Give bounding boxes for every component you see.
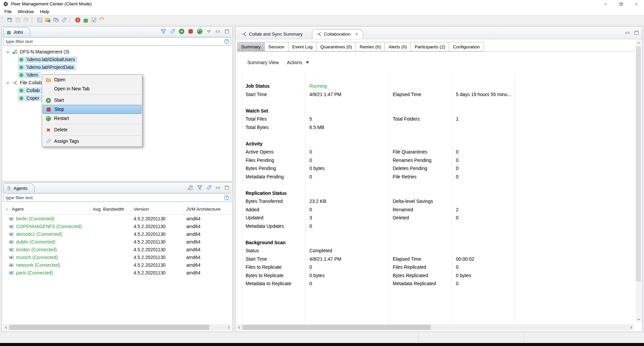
- assign-tags-button[interactable]: [60, 16, 68, 24]
- help-icon[interactable]: ?: [224, 195, 229, 201]
- agents-column-header[interactable]: JVM Architecture: [183, 204, 232, 214]
- job-tree-group[interactable]: DFS-N Management (3): [3, 48, 232, 56]
- agent-version-cell: 4.5.2.20201130: [131, 246, 184, 254]
- subtab-session[interactable]: Session: [265, 42, 289, 51]
- agent-row[interactable]: paris (Connected)4.5.2.20201130amd64: [3, 269, 232, 277]
- agents-filter-input[interactable]: [4, 195, 224, 200]
- assign-tags-button[interactable]: [170, 29, 175, 34]
- agent-name: COPENHAGENFS (Connected): [16, 224, 82, 229]
- context-menu-item-restart[interactable]: Restart: [43, 114, 141, 123]
- context-menu-item-open[interactable]: Open: [43, 75, 141, 84]
- agent-row[interactable]: munich (Connected)4.5.2.20201130amd64: [3, 254, 232, 261]
- agents-column-header[interactable]: Agent: [3, 204, 90, 214]
- editor-tab-collab-sync-summary[interactable]: Collab and Sync Summary: [238, 29, 307, 39]
- editor-hscroll-thumb[interactable]: [243, 325, 431, 330]
- editor-hscrollbar[interactable]: [236, 324, 634, 331]
- subtab-configuration[interactable]: Configuration: [449, 42, 484, 51]
- summary-value: [452, 230, 515, 239]
- agents-hscrollbar[interactable]: [3, 324, 231, 331]
- stop-button[interactable]: [188, 29, 194, 34]
- editor-hscroll-track[interactable]: [242, 325, 628, 330]
- context-menu-item-delete[interactable]: Delete: [43, 125, 141, 134]
- context-menu-item-assign-tags[interactable]: Assign Tags: [43, 137, 141, 146]
- editor-vscroll-thumb[interactable]: [636, 46, 641, 282]
- scroll-right-icon[interactable]: [227, 326, 231, 330]
- maximize-button[interactable]: [224, 185, 230, 190]
- import-jobs-button[interactable]: [44, 16, 52, 24]
- filter-button[interactable]: [161, 29, 166, 34]
- context-menu-item-start[interactable]: Start: [43, 96, 141, 105]
- scroll-right-icon[interactable]: [629, 326, 633, 330]
- properties-button[interactable]: [36, 16, 44, 24]
- context-menu-item-stop[interactable]: Stop: [43, 105, 141, 114]
- subtab-summary[interactable]: Summary: [237, 42, 265, 51]
- summary-label: [389, 107, 452, 115]
- schedule-button[interactable]: [52, 16, 60, 24]
- job-tree-item[interactable]: \\demo.lab\ProjectData: [3, 63, 232, 71]
- summary-value: 1: [452, 115, 515, 123]
- status-bar: [0, 333, 644, 343]
- agents-hscroll-thumb[interactable]: [9, 325, 209, 330]
- agents-column-header[interactable]: Avg. Bandwidth: [90, 204, 131, 214]
- tasks-button[interactable]: [90, 16, 98, 24]
- save-icon: [15, 17, 21, 23]
- maximize-button[interactable]: [634, 30, 639, 36]
- window-restore-button[interactable]: [613, 0, 629, 8]
- save-all-button[interactable]: [22, 16, 30, 24]
- editor-vscroll-track[interactable]: [636, 46, 641, 316]
- subtab-alerts0[interactable]: Alerts (0): [385, 42, 411, 51]
- agents-hscroll-track[interactable]: [9, 325, 226, 330]
- summary-label: Start Time: [242, 255, 305, 263]
- restart-button[interactable]: [197, 29, 203, 34]
- minimize-button[interactable]: [215, 29, 221, 34]
- subtab-quarantines0[interactable]: Quarantines (0): [317, 42, 356, 51]
- jobs-filter-box: ?: [3, 37, 231, 46]
- summary-view-toolbar: Summary View Actions: [247, 58, 309, 67]
- agents-button[interactable]: [82, 16, 90, 24]
- branch-icon: [12, 80, 17, 85]
- agent-row[interactable]: demodc1 (Connected)4.5.2.20201130amd64: [3, 230, 232, 238]
- tab-agents[interactable]: Agents: [3, 183, 35, 192]
- editor-tab-collaboration[interactable]: Collaboration: [312, 29, 363, 39]
- bottom-bar: [0, 343, 644, 346]
- refresh-button[interactable]: [98, 16, 106, 24]
- actions-dropdown[interactable]: Actions: [287, 60, 309, 65]
- agent-updates-button[interactable]: [188, 185, 194, 190]
- context-menu-item-open-in-new-tab[interactable]: Open in New Tab: [43, 84, 141, 93]
- agent-row[interactable]: london (Connected)4.5.2.20201130amd64: [3, 246, 232, 254]
- subtab-eventlog[interactable]: Event Log: [289, 42, 317, 51]
- tab-jobs[interactable]: Jobs: [3, 27, 30, 36]
- subtab-participants2[interactable]: Participants (2): [411, 42, 449, 51]
- window-close-button[interactable]: [629, 0, 644, 8]
- help-icon[interactable]: ?: [224, 39, 229, 44]
- agent-row[interactable]: COPENHAGENFS (Connected)4.5.2.20201130am…: [3, 223, 232, 230]
- save-button[interactable]: [14, 16, 22, 24]
- job-tree-item[interactable]: \\demo.lab\GlobalUsers: [3, 56, 232, 63]
- scroll-left-icon[interactable]: [237, 326, 241, 330]
- scroll-left-icon[interactable]: [4, 326, 8, 330]
- editor-vscrollbar[interactable]: [636, 40, 641, 322]
- jobs-filter-input[interactable]: [4, 39, 224, 44]
- start-button[interactable]: [179, 29, 184, 34]
- agent-row[interactable]: berlin (Connected)4.5.2.20201130amd64: [3, 215, 232, 223]
- minimize-button[interactable]: [625, 30, 630, 36]
- alerts-button[interactable]: [74, 16, 82, 24]
- view-menu-button[interactable]: [206, 29, 212, 34]
- menu-window[interactable]: Window: [15, 9, 37, 14]
- window-minimize-button[interactable]: [598, 0, 613, 8]
- minimize-button[interactable]: [215, 185, 221, 190]
- scroll-up-icon[interactable]: [637, 41, 641, 45]
- filter-button[interactable]: [197, 185, 203, 190]
- new-job-button[interactable]: [6, 16, 14, 24]
- menu-help[interactable]: Help: [37, 9, 52, 14]
- summary-label: Deletes Pending: [389, 164, 452, 173]
- agent-row[interactable]: newyork (Connected)4.5.2.20201130amd64: [3, 261, 232, 269]
- summary-label: Files to Replicate: [242, 263, 305, 271]
- maximize-button[interactable]: [224, 29, 230, 34]
- menu-file[interactable]: File: [1, 9, 15, 14]
- agent-row[interactable]: dublin (Connected)4.5.2.20201130amd64: [3, 238, 232, 246]
- agents-column-header[interactable]: Version: [131, 204, 184, 214]
- assign-tags-button[interactable]: [206, 185, 212, 190]
- subtab-retries0[interactable]: Retries (0): [356, 42, 385, 51]
- scroll-down-icon[interactable]: [637, 317, 641, 321]
